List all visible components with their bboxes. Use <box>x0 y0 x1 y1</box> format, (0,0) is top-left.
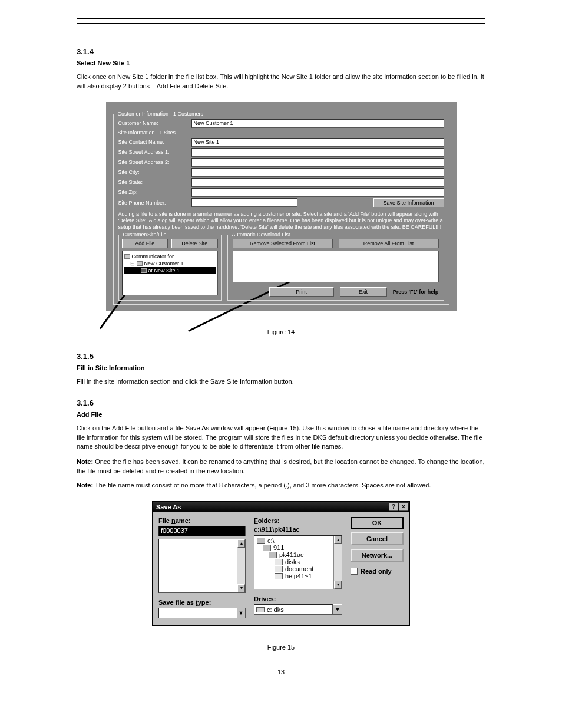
tree-site-selected[interactable]: at New Site 1 <box>124 267 216 274</box>
readonly-label: Read only <box>361 568 392 575</box>
checkbox-icon[interactable] <box>351 568 358 575</box>
exit-button[interactable]: Exit <box>340 287 387 297</box>
body-paragraph: Fill in the site information section and… <box>77 377 485 387</box>
site-addr2-input[interactable] <box>191 158 444 167</box>
print-button[interactable]: Print <box>269 287 334 297</box>
page-number: 13 <box>77 668 485 676</box>
site-state-label: Site State: <box>118 179 188 185</box>
download-listbox[interactable] <box>233 251 439 282</box>
customer-site-file-group: Customer/Site/File Add File Delete Site … <box>118 235 222 301</box>
cancel-button[interactable]: Cancel <box>351 532 404 545</box>
auto-download-group: Automatic Download List Remove Selected … <box>227 235 444 301</box>
site-state-input[interactable] <box>191 178 444 187</box>
add-file-button[interactable]: Add File <box>122 239 168 248</box>
chevron-down-icon[interactable]: ▼ <box>236 608 246 618</box>
folders-listbox[interactable]: c:\ 911 pk411ac disks document help41~1 … <box>254 535 342 589</box>
site-city-label: Site City: <box>118 169 188 175</box>
save-site-info-button[interactable]: Save Site Information <box>373 198 444 207</box>
folder-open-icon <box>257 538 265 544</box>
f1-help-label: Press 'F1' for help <box>393 289 439 295</box>
folder-item[interactable]: c:\ <box>257 537 332 544</box>
site-phone-input[interactable] <box>191 198 297 207</box>
site-zip-input[interactable] <box>191 188 444 197</box>
site-contact-input[interactable]: New Site 1 <box>191 138 444 147</box>
section-title: Fill in Site Information <box>77 364 485 371</box>
folder-open-icon <box>269 552 277 558</box>
figure-15: Save As ? × File name: f0000037 ▴ ▾ <box>77 501 485 651</box>
file-tree[interactable]: Communicator for ⊟New Customer 1 at New … <box>122 251 218 295</box>
site-addr2-label: Site Street Address 2: <box>118 159 188 165</box>
group-legend: Customer Information - 1 Customers <box>116 111 206 117</box>
chevron-down-icon[interactable]: ▼ <box>333 604 342 615</box>
folder-item[interactable]: document <box>257 565 332 572</box>
help-text: Adding a file to a site is done in a sim… <box>118 211 444 231</box>
group-legend: Automatic Download List <box>230 232 292 238</box>
filename-input[interactable]: f0000037 <box>158 526 246 536</box>
drives-combo[interactable]: c: dks ▼ <box>254 604 342 615</box>
figure-caption: Figure 15 <box>77 644 485 651</box>
note-text: Once the file has been saved, it can be … <box>77 458 485 475</box>
folder-label: help41~1 <box>285 572 312 579</box>
drive-label: c: dks <box>267 606 284 613</box>
tree-root[interactable]: Communicator for <box>124 253 216 260</box>
file-listbox[interactable]: ▴ ▾ <box>158 539 246 593</box>
site-city-input[interactable] <box>191 168 444 177</box>
tree-customer[interactable]: ⊟New Customer 1 <box>124 260 216 267</box>
folder-label: document <box>285 565 313 572</box>
section-title: Select New Site 1 <box>77 60 485 67</box>
section-number: 3.1.5 <box>77 352 485 361</box>
site-addr1-input[interactable] <box>191 148 444 157</box>
folders-path: c:\911\pk411ac <box>254 526 342 533</box>
app-window: Customer Information - 1 Customers Custo… <box>106 102 457 311</box>
group-legend: Customer/Site/File <box>121 232 168 238</box>
scrollbar[interactable]: ▴ ▾ <box>333 536 342 589</box>
header-rule <box>77 18 485 24</box>
folder-icon <box>275 566 283 572</box>
scroll-up-icon[interactable]: ▴ <box>237 539 245 548</box>
figure-caption: Figure 14 <box>77 328 485 335</box>
note: Note: Once the file has been saved, it c… <box>77 457 485 476</box>
save-type-label: Save file as type: <box>158 599 246 606</box>
readonly-checkbox-row[interactable]: Read only <box>351 568 404 575</box>
folder-label: 911 <box>273 544 284 551</box>
save-type-combo[interactable]: ▼ <box>158 608 246 618</box>
tree-label: Communicator for <box>132 253 174 259</box>
scrollbar[interactable]: ▴ ▾ <box>237 539 245 592</box>
scroll-down-icon[interactable]: ▾ <box>334 581 342 589</box>
folder-icon <box>137 261 143 266</box>
filename-label: File name: <box>158 517 246 524</box>
drive-icon <box>256 607 265 612</box>
delete-site-button[interactable]: Delete Site <box>171 239 218 248</box>
folder-item[interactable]: 911 <box>257 544 332 551</box>
site-addr1-label: Site Street Address 1: <box>118 149 188 155</box>
folder-label: pk411ac <box>279 551 304 558</box>
site-zip-label: Site Zip: <box>118 189 188 195</box>
site-contact-label: Site Contact Name: <box>118 139 188 145</box>
folder-label: disks <box>285 558 300 565</box>
tree-label: New Customer 1 <box>144 261 184 266</box>
dialog-titlebar: Save As ? × <box>153 502 409 512</box>
folder-icon <box>124 254 130 259</box>
close-icon[interactable]: × <box>399 503 408 511</box>
customer-name-input[interactable]: New Customer 1 <box>191 119 444 128</box>
body-paragraph: Click once on New Site 1 folder in the f… <box>77 73 485 91</box>
remove-all-button[interactable]: Remove All From List <box>339 239 439 248</box>
folder-item[interactable]: help41~1 <box>257 572 332 579</box>
section-number: 3.1.6 <box>77 398 485 407</box>
site-info-group: Site Information - 1 Sites Site Contact … <box>113 133 449 305</box>
network-button[interactable]: Network... <box>351 549 404 562</box>
tree-label: at New Site 1 <box>148 268 180 274</box>
customer-name-label: Customer Name: <box>118 120 188 126</box>
scroll-down-icon[interactable]: ▾ <box>237 584 245 592</box>
note-label: Note: <box>77 482 93 489</box>
section-number: 3.1.4 <box>77 47 485 56</box>
folder-icon <box>275 559 283 565</box>
folder-label: c:\ <box>267 537 275 544</box>
folder-item[interactable]: pk411ac <box>257 551 332 558</box>
ok-button[interactable]: OK <box>351 517 404 529</box>
scroll-up-icon[interactable]: ▴ <box>334 536 342 544</box>
folder-item[interactable]: disks <box>257 558 332 565</box>
folder-open-icon <box>263 545 271 551</box>
help-icon[interactable]: ? <box>389 503 398 511</box>
remove-selected-button[interactable]: Remove Selected From List <box>233 239 333 248</box>
